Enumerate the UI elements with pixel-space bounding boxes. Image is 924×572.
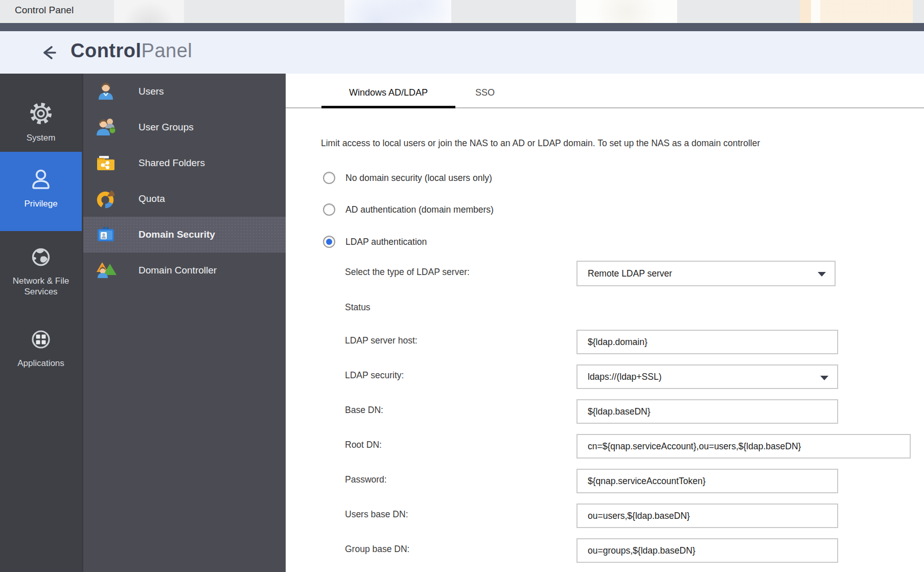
background-window-thumbnail[interactable] [800,0,913,23]
menu-sidebar: Users User Groups [82,74,286,572]
background-window-thumbnail[interactable] [576,0,677,23]
radio-label: No domain security (local users only) [345,173,492,184]
menu-item-label: Users [138,86,164,97]
radio-icon [323,172,335,184]
chevron-down-icon [818,272,826,277]
label-ldap-security: LDAP security: [345,370,404,381]
label-root-dn: Root DN: [345,440,382,450]
radio-label: AD authentication (domain members) [345,204,494,215]
menu-item-label: User Groups [138,122,194,133]
main-content: Windows AD/LDAP SSO Limit access to loca… [286,74,924,572]
app-header: ControlPanel [0,31,924,74]
tab-windows-ad-ldap[interactable]: Windows AD/LDAP [321,74,455,108]
menu-item-label: Shared Folders [138,157,205,169]
page-title-light: Panel [142,40,193,61]
shared-folder-icon [95,152,117,174]
label-base-dn: Base DN: [345,405,383,416]
menu-item-label: Domain Controller [138,265,217,276]
taskbar-strip: Control Panel [0,0,924,23]
gear-icon [27,99,55,128]
menu-item-shared-folders[interactable]: Shared Folders [83,145,286,181]
apps-grid-icon [27,326,55,353]
dropdown-ldap-security[interactable]: ldaps://(ldap+SSL) [576,364,838,389]
sidebar-item-label: Applications [0,358,82,369]
taskbar-tab-label: Control Panel [15,5,74,16]
base-dn-input[interactable] [576,399,838,424]
page-title: ControlPanel [71,40,192,62]
sidebar-item-label: Network & File Services [0,276,82,297]
ldap-server-host-input[interactable] [576,330,838,354]
user-group-icon [95,116,117,139]
screen: Control Panel ControlPanel [0,0,924,572]
tab-bar: Windows AD/LDAP SSO [286,74,924,108]
label-users-base-dn: Users base DN: [345,509,408,520]
taskbar-tab-control-panel[interactable]: Control Panel [0,0,98,23]
radio-ldap-authentication[interactable]: LDAP authentication [323,236,427,248]
background-window-thumbnail[interactable] [344,0,451,23]
menu-item-label: Quota [138,193,165,204]
background-window-thumbnail[interactable] [114,0,184,23]
radio-label: LDAP authentication [345,237,427,247]
label-password: Password: [345,474,387,485]
radio-icon [323,203,335,216]
menu-item-quota[interactable]: Quota [83,181,286,217]
sidebar-item-system[interactable]: System [0,87,82,152]
sidebar-item-label: Privilege [0,198,82,209]
label-select-ldap-server-type: Select the type of LDAP server: [345,267,470,278]
radio-icon-selected [323,236,335,248]
back-button[interactable] [39,42,59,63]
page-title-bold: Control [71,40,142,61]
window-title-bar [0,23,924,31]
description-text: Limit access to local users or join the … [321,138,760,149]
menu-item-domain-security[interactable]: Domain Security [83,217,286,253]
menu-item-user-groups[interactable]: User Groups [83,109,286,145]
users-base-dn-input[interactable] [576,504,838,528]
dropdown-ldap-server-type[interactable]: Remote LDAP server [576,261,836,286]
sidebar-item-applications[interactable]: Applications [0,315,82,382]
domain-controller-icon [95,259,117,282]
dropdown-value: Remote LDAP server [588,268,672,279]
globe-icon [27,243,55,271]
sidebar-item-privilege[interactable]: Privilege [0,152,82,231]
sidebar-item-network-file-services[interactable]: Network & File Services [0,231,82,308]
radio-ad-authentication[interactable]: AD authentication (domain members) [323,203,494,216]
group-base-dn-input[interactable] [576,538,838,563]
domain-security-badge-icon [95,223,117,246]
person-icon [27,165,55,194]
label-ldap-server-host: LDAP server host: [345,335,418,346]
sidebar-item-label: System [0,132,82,143]
arrow-left-icon [39,42,59,63]
menu-item-label: Domain Security [138,229,215,240]
menu-item-domain-controller[interactable]: Domain Controller [83,253,286,288]
quota-donut-icon [95,188,117,210]
nav-sidebar: System Privilege Network & File Services [0,74,82,572]
label-status: Status [345,302,371,313]
tab-sso[interactable]: SSO [454,74,516,108]
dropdown-value: ldaps://(ldap+SSL) [588,372,661,382]
label-group-base-dn: Group base DN: [345,544,409,555]
chevron-down-icon [820,376,828,380]
password-input[interactable] [576,469,838,493]
root-dn-input[interactable] [576,434,911,459]
menu-item-users[interactable]: Users [83,74,286,109]
radio-no-domain-security[interactable]: No domain security (local users only) [323,172,492,184]
user-icon [95,80,117,103]
